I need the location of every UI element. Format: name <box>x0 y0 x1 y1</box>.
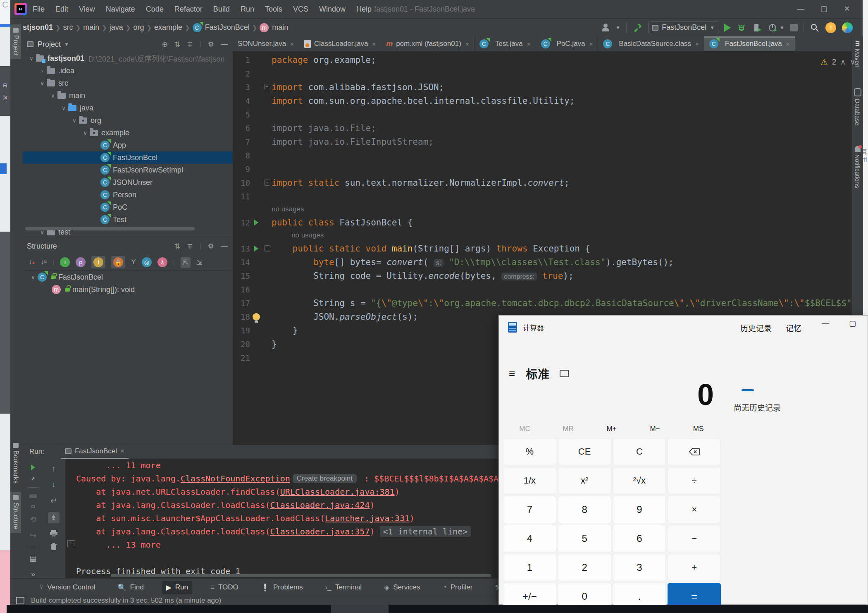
clear-trash-icon[interactable] <box>51 543 57 550</box>
structure-item[interactable]: ∨CFastJsonBcel <box>23 271 233 283</box>
tree-item-src[interactable]: ∨src <box>23 77 233 89</box>
stacktrace-link[interactable]: Launcher.java:331 <box>325 513 410 523</box>
tree-item-FastJsonBcel[interactable]: CFastJsonBcel <box>23 151 233 164</box>
stop-icon[interactable] <box>29 494 37 498</box>
stacktrace-link[interactable]: ClassNotFoundException <box>181 474 290 484</box>
calc-button-dot[interactable]: × <box>668 496 721 523</box>
close-button[interactable]: ✕ <box>835 0 858 17</box>
tree-item-JSONUnser[interactable]: CJSONUnser <box>23 176 233 189</box>
tree-item-FastJsonRowSetImpl[interactable]: CFastJsonRowSetImpl <box>23 164 233 176</box>
restart-debug-icon[interactable]: ⟲ <box>30 515 36 524</box>
next-warning-icon[interactable]: ∨ <box>850 57 855 67</box>
autoscroll-from-source-icon[interactable]: ⇲ <box>196 258 202 267</box>
collapse-all-icon[interactable]: ∓ <box>187 242 193 251</box>
stripe-project[interactable]: Project <box>10 24 21 59</box>
toolwindow-problems[interactable]: ❕Problems <box>257 581 307 594</box>
tab-close-icon[interactable]: × <box>527 41 531 48</box>
menu-vcs[interactable]: VCS <box>289 3 312 15</box>
soft-wrap-icon[interactable]: ↵ <box>50 496 57 505</box>
down-stacktrace-icon[interactable]: ↓ <box>52 480 56 489</box>
sort-by-visibility-icon[interactable]: ↓● <box>29 258 35 266</box>
locate-file-icon[interactable]: ⊕ <box>162 40 168 49</box>
calc-button-9[interactable]: 9 <box>613 496 666 523</box>
coverage-icon[interactable] <box>752 23 762 33</box>
code-with-me-icon[interactable] <box>842 22 853 33</box>
tree-item-App[interactable]: CApp <box>23 139 233 151</box>
console-hscrollbar[interactable] <box>111 574 491 577</box>
tree-item-idea[interactable]: ›.idea <box>23 65 233 77</box>
calc-button-dot[interactable]: + <box>668 554 721 581</box>
stacktrace-link[interactable]: ClassLoader.java:357 <box>270 527 370 536</box>
tree-item-org[interactable]: ∨org <box>23 114 233 127</box>
keep-on-top-icon[interactable] <box>560 370 569 377</box>
menu-tools[interactable]: Tools <box>261 3 286 15</box>
settings-gear-icon[interactable]: ⚙ <box>208 242 214 251</box>
collapse-all-icon[interactable]: ∓ <box>187 40 193 49</box>
tree-item-java[interactable]: ∨java <box>23 102 233 114</box>
expand-all-icon[interactable]: ⇅ <box>174 242 180 251</box>
tab-memory[interactable]: 记忆 <box>786 322 801 333</box>
hide-panel-icon[interactable]: — <box>221 40 228 48</box>
menu-navigate[interactable]: Navigate <box>102 3 139 15</box>
calc-button-1x[interactable]: 1/x <box>503 467 556 494</box>
edit-configuration-wrench-icon[interactable] <box>29 477 37 481</box>
run-button[interactable] <box>724 24 731 32</box>
stop-button[interactable] <box>790 24 798 31</box>
tree-item-PoC[interactable]: CPoC <box>23 201 233 213</box>
calc-button-CE[interactable]: CE <box>558 438 611 465</box>
menu-help[interactable]: Help <box>352 3 376 15</box>
breadcrumb-item[interactable]: example <box>154 23 182 32</box>
calc-button-x[interactable]: ²√x <box>613 467 666 494</box>
toolwindow-todo[interactable]: ≡TODO <box>206 581 243 594</box>
console-expander-icon[interactable]: + <box>67 540 74 547</box>
toolwindow-run[interactable]: ▶Run <box>162 581 192 594</box>
structure-item[interactable]: mmain(String[]): void <box>23 283 233 296</box>
rerun-icon[interactable] <box>31 465 35 470</box>
target-icon[interactable]: ◎ <box>142 257 152 267</box>
calc-button-6[interactable]: 6 <box>613 525 666 552</box>
fold-icon[interactable]: − <box>264 245 270 251</box>
menu-file[interactable]: File <box>29 3 49 15</box>
calc-button-1[interactable]: 1 <box>503 554 556 581</box>
update-available-icon[interactable]: ↑ <box>825 22 836 33</box>
show-fields-icon[interactable]: f <box>91 256 105 268</box>
tab-close-icon[interactable]: × <box>786 41 790 48</box>
inspection-widget[interactable]: ⚠ 2 ∧ ∨ <box>820 57 855 67</box>
sort-alpha-icon[interactable]: ↓ᵃ <box>41 258 47 266</box>
calc-button-2[interactable]: 2 <box>558 554 611 581</box>
calc-button-backspace[interactable] <box>668 438 721 465</box>
tree-item-example[interactable]: ∨example <box>23 127 233 139</box>
stripe-bookmarks[interactable]: Bookmarks <box>10 440 21 487</box>
stripe-notifications[interactable]: Notifications <box>854 146 861 188</box>
calc-button-dot[interactable]: − <box>668 525 721 552</box>
breadcrumb-item[interactable]: mmain <box>260 23 288 32</box>
memory-button-M[interactable]: M− <box>633 422 677 436</box>
tab-SONUnserjava[interactable]: SONUnser.java× <box>233 36 299 51</box>
toolwindow-terminal[interactable]: ›_Terminal <box>321 581 366 594</box>
run-configuration-select[interactable]: FastJsonBcel ▼ <box>648 21 718 34</box>
create-breakpoint-chip[interactable]: Create breakpoint <box>293 474 357 483</box>
fold-icon[interactable]: − <box>264 180 270 186</box>
more-icon[interactable]: » <box>31 570 36 579</box>
project-panel-title[interactable]: Project <box>38 40 61 49</box>
toolwindow-layout-icon[interactable] <box>16 597 24 604</box>
menu-window[interactable]: Window <box>315 3 350 15</box>
calc-button-C[interactable]: C <box>613 438 666 465</box>
thread-dump-camera-icon[interactable] <box>29 505 37 508</box>
memory-button-MS[interactable]: MS <box>677 422 720 436</box>
minimize-button[interactable]: — <box>789 0 812 17</box>
up-stacktrace-icon[interactable]: ↑ <box>52 465 56 474</box>
tree-item-main[interactable]: ∨main <box>23 89 233 102</box>
show-properties-icon[interactable]: p <box>76 257 86 267</box>
tab-Testjava[interactable]: CTest.java× <box>475 36 536 51</box>
run-tab[interactable]: FastJsonBcel × <box>61 445 129 459</box>
expand-all-icon[interactable]: ⇅ <box>174 40 180 49</box>
calc-button-5[interactable]: 5 <box>558 525 611 552</box>
stripe-structure[interactable]: Structure <box>10 492 21 533</box>
run-line-icon[interactable] <box>254 246 258 251</box>
tab-close-icon[interactable]: × <box>372 41 376 48</box>
menu-build[interactable]: Build <box>209 3 234 15</box>
scroll-to-end-icon[interactable]: ⇟ <box>48 512 60 523</box>
breadcrumb-item[interactable]: main <box>83 23 99 32</box>
maximize-button[interactable]: ▢ <box>812 0 835 17</box>
